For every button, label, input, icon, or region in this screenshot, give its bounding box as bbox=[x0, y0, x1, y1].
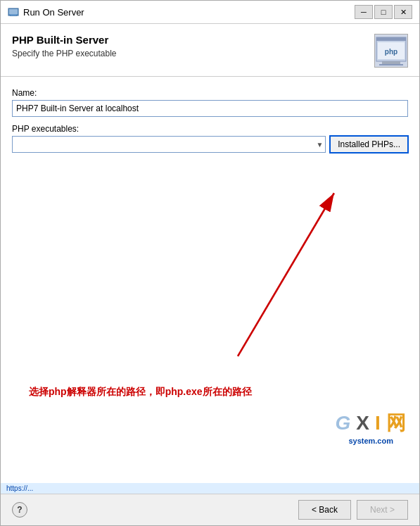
watermark-domain-text: system.com bbox=[348, 437, 393, 445]
watermark-g: G bbox=[335, 412, 351, 434]
help-button[interactable]: ? bbox=[12, 502, 27, 518]
svg-rect-9 bbox=[379, 64, 403, 65]
php-exe-select[interactable] bbox=[12, 136, 326, 153]
back-button[interactable]: < Back bbox=[298, 500, 351, 520]
header-subtitle: Specify the PHP executable bbox=[12, 49, 117, 58]
watermark-x: X bbox=[356, 412, 370, 434]
header-title: PHP Built-in Server bbox=[12, 34, 117, 46]
title-bar: Run On Server ─ □ ✕ bbox=[1, 1, 419, 24]
php-exe-label: PHP executables: bbox=[12, 124, 408, 134]
footer: ? < Back Next > bbox=[1, 494, 419, 525]
svg-text:php: php bbox=[385, 48, 397, 56]
name-group: Name: bbox=[12, 88, 408, 117]
watermark-brand: G X I 网 bbox=[335, 410, 407, 437]
header-section: PHP Built-in Server Specify the PHP exec… bbox=[1, 24, 419, 77]
footer-left: ? bbox=[12, 502, 27, 518]
window: Run On Server ─ □ ✕ PHP Built-in Server … bbox=[0, 0, 420, 526]
watermark-wang: 网 bbox=[386, 412, 407, 434]
minimize-button[interactable]: ─ bbox=[355, 5, 373, 19]
footer-buttons: < Back Next > bbox=[298, 500, 408, 520]
name-input[interactable] bbox=[12, 100, 408, 117]
close-button[interactable]: ✕ bbox=[394, 5, 412, 19]
url-bar: https://... bbox=[1, 483, 419, 494]
watermark: G X I 网 system.com bbox=[329, 407, 412, 448]
next-button[interactable]: Next > bbox=[357, 500, 408, 520]
window-title: Run On Server bbox=[23, 7, 350, 18]
maximize-button[interactable]: □ bbox=[374, 5, 393, 19]
svg-line-11 bbox=[238, 193, 334, 356]
installed-phps-button[interactable]: Installed PHPs... bbox=[330, 136, 408, 153]
php-exe-group: PHP executables: ▼ Installed PHPs... bbox=[12, 124, 408, 153]
watermark-i: I bbox=[375, 412, 381, 434]
url-text: https://... bbox=[6, 484, 33, 492]
svg-rect-3 bbox=[10, 15, 17, 16]
title-controls: ─ □ ✕ bbox=[355, 5, 412, 19]
watermark-domain: system.com bbox=[348, 437, 393, 445]
svg-rect-1 bbox=[9, 9, 18, 14]
annotation-text: 选择php解释器所在的路径，即php.exe所在的路径 bbox=[29, 386, 252, 399]
select-wrapper: ▼ bbox=[12, 136, 326, 153]
php-exe-row: ▼ Installed PHPs... bbox=[12, 136, 408, 153]
svg-rect-8 bbox=[382, 61, 400, 64]
window-icon bbox=[8, 6, 19, 18]
php-icon: php bbox=[374, 34, 408, 68]
header-text: PHP Built-in Server Specify the PHP exec… bbox=[12, 34, 117, 58]
content-area: Name: PHP executables: ▼ Installed PHPs.… bbox=[1, 77, 419, 483]
svg-rect-5 bbox=[376, 37, 406, 41]
name-label: Name: bbox=[12, 88, 408, 98]
